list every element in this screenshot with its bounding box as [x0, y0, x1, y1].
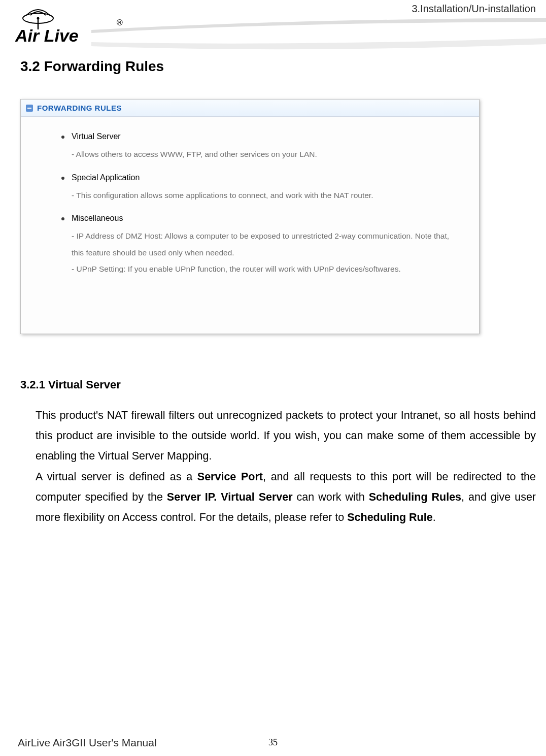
- bullet-icon: [61, 217, 64, 220]
- subsection-virtual-server: 3.2.1 Virtual Server This product's NAT …: [20, 378, 536, 529]
- decorative-swoosh: [91, 18, 546, 58]
- item-desc: - Allows others to access WWW, FTP, and …: [72, 146, 459, 163]
- subsection-title: 3.2.1 Virtual Server: [20, 378, 536, 391]
- forwarding-rules-panel: FORWARDING RULES Virtual Server - Allows…: [20, 99, 480, 334]
- panel-header[interactable]: FORWARDING RULES: [21, 100, 479, 117]
- svg-point-2: [37, 17, 40, 20]
- svg-text:Air Live: Air Live: [15, 26, 79, 45]
- collapse-icon[interactable]: [26, 105, 33, 112]
- panel-body: Virtual Server - Allows others to access…: [21, 117, 479, 298]
- subsection-body: This product's NAT firewall filters out …: [36, 406, 536, 528]
- bullet-icon: [61, 177, 64, 180]
- paragraph: This product's NAT firewall filters out …: [36, 406, 536, 466]
- item-desc: - IP Address of DMZ Host: Allows a compu…: [72, 228, 459, 278]
- item-title-miscellaneous: Miscellaneous: [72, 214, 123, 223]
- panel-title: FORWARDING RULES: [37, 104, 122, 112]
- footer-page-number: 35: [268, 737, 278, 748]
- item-desc: - This configuration allows some applica…: [72, 187, 459, 204]
- item-title-special-application: Special Application: [72, 173, 140, 182]
- header-breadcrumb: 3.Installation/Un-installation: [412, 3, 536, 15]
- list-item: Special Application - This configuration…: [61, 173, 459, 204]
- list-item: Miscellaneous - IP Address of DMZ Host: …: [61, 214, 459, 278]
- list-item: Virtual Server - Allows others to access…: [61, 132, 459, 163]
- footer-manual-title: AirLive Air3GII User's Manual: [18, 737, 157, 749]
- item-title-virtual-server: Virtual Server: [72, 132, 121, 141]
- bullet-icon: [61, 136, 64, 139]
- section-title: 3.2 Forwarding Rules: [20, 58, 164, 75]
- paragraph: A virtual server is defined as a Service…: [36, 467, 536, 528]
